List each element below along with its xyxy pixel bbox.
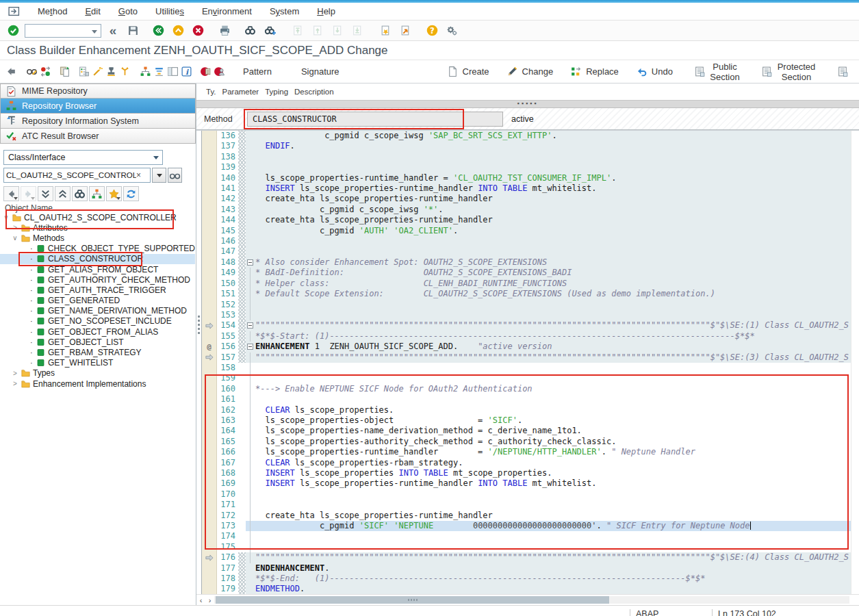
tree-item-get-whitelist[interactable]: ·GET_WHITELIST xyxy=(0,358,195,368)
fold-collapse-icon[interactable] xyxy=(247,344,253,350)
object-type-select[interactable]: Class/Interface xyxy=(3,150,163,165)
chevron-right-icon[interactable]: > xyxy=(12,370,18,377)
code-line-169[interactable]: 169 INSERT ls_scope_properties-runtime_h… xyxy=(202,478,851,489)
menu-item-help[interactable]: Help xyxy=(317,6,335,16)
menu-item-utilities[interactable]: Utilities xyxy=(155,6,184,16)
code-line-155[interactable]: 155*$*$-Start: (1)----------------------… xyxy=(202,331,851,342)
scrollbar-thumb[interactable] xyxy=(216,596,609,604)
nav-forward-button[interactable] xyxy=(21,186,36,201)
find-next-button[interactable] xyxy=(261,23,278,39)
code-line-158[interactable]: 158 xyxy=(202,363,851,373)
lock-user-button[interactable] xyxy=(214,63,225,80)
clear-icon[interactable]: × xyxy=(136,170,141,180)
public-section-button[interactable]: Public Section xyxy=(689,63,745,81)
tree-item-get-authority-check-method[interactable]: ·GET_AUTHORITY_CHECK_METHOD xyxy=(0,274,195,285)
chevron-down-icon[interactable]: ∨ xyxy=(12,234,18,242)
chevron-down-icon[interactable]: ∨ xyxy=(3,214,10,221)
object-list-button[interactable] xyxy=(140,63,151,80)
tree-item-get-name-derivation-method[interactable]: ·GET_NAME_DERIVATION_METHOD xyxy=(0,306,195,316)
sort-button[interactable] xyxy=(153,63,165,80)
code-line-156[interactable]: @156ENHANCEMENT 1 ZENH_OAUTH_SICF_SCOPE_… xyxy=(202,342,851,352)
code-line-142[interactable]: 142 create_hta ls_scope_properties-runti… xyxy=(202,194,851,204)
where-used-button[interactable] xyxy=(119,63,131,80)
code-line-171[interactable]: 171 xyxy=(202,500,851,510)
stamp-button[interactable] xyxy=(105,63,117,80)
code-line-175[interactable]: 175 xyxy=(202,542,851,552)
code-line-162[interactable]: 162 CLEAR ls_scope_properties. xyxy=(202,405,851,415)
code-line-148[interactable]: 148* Also consider Enhancement Spot: OAU… xyxy=(202,257,851,268)
collapse-all-button[interactable] xyxy=(55,186,70,201)
code-line-160[interactable]: 160*---> Enable NEPTUNE SICF Node for OA… xyxy=(202,384,851,394)
window-menu-icon[interactable] xyxy=(8,5,20,17)
expand-all-button[interactable] xyxy=(38,186,53,201)
tree-item-types[interactable]: >Types xyxy=(0,368,195,378)
protected-section-button[interactable]: Protected Section xyxy=(756,63,821,81)
tree-item-methods[interactable]: ∨Methods xyxy=(0,233,195,243)
code-line-178[interactable]: 178*$*$-End: (1)------------------------… xyxy=(202,574,851,584)
replace-button[interactable]: Replace xyxy=(565,63,624,81)
first-page-button[interactable] xyxy=(290,23,306,39)
tree-item-cl-oauth2-s-scope-controller[interactable]: ∨CL_OAUTH2_S_SCOPE_CONTROLLER xyxy=(0,212,195,222)
code-line-145[interactable]: 145 c_pgmid 'AUTH' 'OA2_CLIENT'. xyxy=(202,226,851,236)
tree-item-attributes[interactable]: >Attributes xyxy=(0,222,195,233)
code-line-159[interactable]: 159 xyxy=(202,373,851,383)
code-line-147[interactable]: 147 xyxy=(202,246,851,257)
code-line-150[interactable]: 150* Helper class: CL_ENH_BADI_RUNTIME_F… xyxy=(202,279,851,289)
private-section-button[interactable] xyxy=(832,63,854,81)
code-line-140[interactable]: 140 ls_scope_properties-runtime_handler … xyxy=(202,173,851,183)
tree-item-get-no-scopeset-include[interactable]: ·GET_NO_SCOPESET_INCLUDE xyxy=(0,316,195,326)
code-line-137[interactable]: 137 ENDIF. xyxy=(202,141,851,151)
code-line-179[interactable]: 179ENDMETHOD. xyxy=(202,584,851,594)
fold-collapse-icon[interactable] xyxy=(247,259,253,266)
display-change-button[interactable] xyxy=(26,63,38,80)
change-button[interactable]: Change xyxy=(502,63,559,81)
code-line-172[interactable]: 172 create_hta ls_scope_properties-runti… xyxy=(202,511,851,521)
chevron-right-icon[interactable]: > xyxy=(12,380,18,387)
page-down-button[interactable] xyxy=(329,23,346,39)
focus-button[interactable] xyxy=(89,186,105,201)
tree-item-get-alias-from-object[interactable]: ·GET_ALIAS_FROM_OBJECT xyxy=(0,264,195,274)
chevron-right-icon[interactable]: > xyxy=(12,224,18,231)
code-line-157[interactable]: 157"""""""""""""""""""""""""""""""""""""… xyxy=(202,352,851,363)
code-line-141[interactable]: 141 INSERT ls_scope_properties-runtime_h… xyxy=(202,183,851,194)
code-line-173[interactable]: 173 c_pgmid 'SICF' 'NEPTUNE 000000000000… xyxy=(202,521,851,531)
menu-item-method[interactable]: Method xyxy=(38,6,67,16)
tree-item-get-object-list[interactable]: ·GET_OBJECT_LIST xyxy=(0,337,195,347)
code-line-166[interactable]: 166 ls_scope_properties-runtime_handler … xyxy=(202,447,851,457)
splitter-handle[interactable]: ▪▪▪▪▪ xyxy=(196,100,859,108)
copy-button[interactable] xyxy=(59,63,70,80)
code-line-174[interactable]: 174 xyxy=(202,531,851,541)
code-line-168[interactable]: 168 INSERT ls_scope_properties INTO TABL… xyxy=(202,468,851,478)
enter-button[interactable] xyxy=(5,23,21,39)
code-line-170[interactable]: 170 xyxy=(202,489,851,500)
sidebar-item-atc-result-browser[interactable]: ATC Result Browser xyxy=(0,129,196,144)
code-line-153[interactable]: 153 xyxy=(202,310,851,320)
sidebar-item-repository-information-system[interactable]: Repository Information System xyxy=(0,114,196,129)
switch-display-button[interactable] xyxy=(40,63,51,80)
code-line-164[interactable]: 164 ls_scope_properties-name_derivation_… xyxy=(202,426,851,436)
save-button[interactable] xyxy=(125,23,141,39)
horizontal-scrollbar[interactable]: ‹ › xyxy=(196,594,859,605)
scroll-right-button[interactable]: › xyxy=(205,595,214,605)
command-field[interactable] xyxy=(25,24,101,38)
code-line-149[interactable]: 149* BAdI-Definition: OAUTH2_S_SCOPE_EXT… xyxy=(202,268,851,278)
back-arrow-button[interactable] xyxy=(5,63,17,80)
scrollbar-track[interactable] xyxy=(214,596,849,604)
tree-item-check-object-type-supported[interactable]: ·CHECK_OBJECT_TYPE_SUPPORTED xyxy=(0,244,195,254)
undo-button[interactable]: Undo xyxy=(631,63,678,81)
code-line-152[interactable]: 152 xyxy=(202,300,851,310)
new-session-button[interactable] xyxy=(377,23,394,39)
search-button[interactable] xyxy=(72,186,88,201)
pattern-button[interactable]: Pattern xyxy=(238,63,277,81)
menu-item-environment[interactable]: Environment xyxy=(202,6,252,16)
code-line-151[interactable]: 151* Default Scope Extension: CL_OAUTH2_… xyxy=(202,289,851,299)
sidebar-item-repository-browser[interactable]: Repository Browser xyxy=(0,99,196,114)
editor-splitter-strip[interactable] xyxy=(196,131,202,594)
object-name-input[interactable] xyxy=(6,171,136,179)
scroll-left-button[interactable]: ‹ xyxy=(196,595,205,605)
last-page-button[interactable] xyxy=(349,23,366,39)
code-line-165[interactable]: 165 ls_scope_properties-authority_check_… xyxy=(202,437,851,447)
object-name-dropdown-button[interactable] xyxy=(152,168,166,183)
code-line-167[interactable]: 167 CLEAR ls_scope_properties-rbam_strat… xyxy=(202,458,851,468)
nav-back-button[interactable] xyxy=(3,186,19,201)
